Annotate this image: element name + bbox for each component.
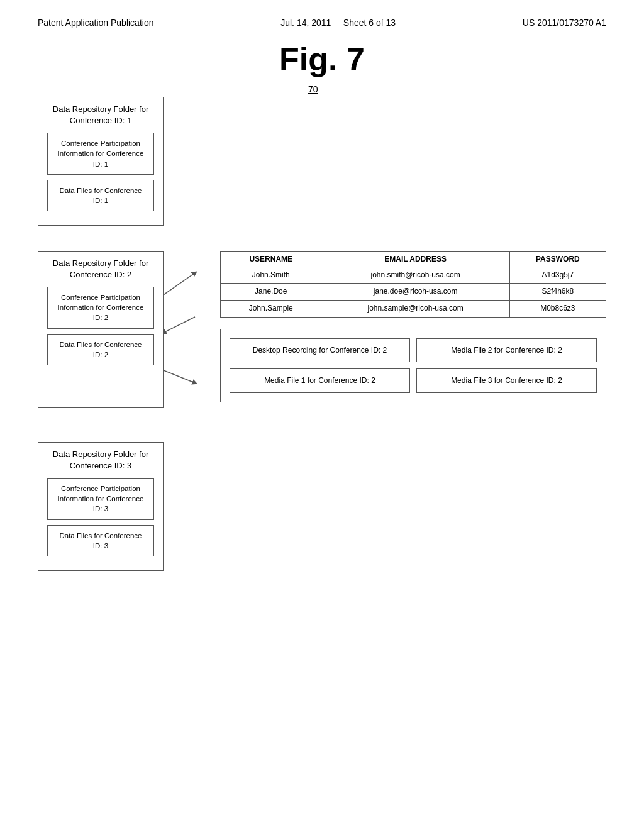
arrows-area xyxy=(164,251,208,411)
svg-line-1 xyxy=(164,317,195,333)
data-files-box-3: Data Files for Conference ID: 3 xyxy=(47,525,154,556)
arrows-svg xyxy=(164,251,208,408)
table-cell: M0b8c6z3 xyxy=(509,301,606,318)
header-left: Patent Application Publication xyxy=(38,18,153,28)
section2-right: USERNAME EMAIL ADDRESS PASSWORD John.Smi… xyxy=(220,251,606,402)
col-username: USERNAME xyxy=(221,251,321,267)
header-date: Jul. 14, 2011 xyxy=(280,18,331,28)
table-row: John.Samplejohn.sample@ricoh-usa.comM0b8… xyxy=(221,301,606,318)
table-row: Jane.Doejane.doe@ricoh-usa.comS2f4h6k8 xyxy=(221,284,606,301)
table-cell: jane.doe@ricoh-usa.com xyxy=(321,284,509,301)
participants-table: USERNAME EMAIL ADDRESS PASSWORD John.Smi… xyxy=(220,251,606,318)
header-right: US 2011/0173270 A1 xyxy=(523,18,606,28)
svg-line-2 xyxy=(164,370,195,383)
repo-folder-2: Data Repository Folder for Conference ID… xyxy=(38,251,164,408)
col-password: PASSWORD xyxy=(509,251,606,267)
table-row: John.Smithjohn.smith@ricoh-usa.comA1d3g5… xyxy=(221,267,606,284)
participants-tbody: John.Smithjohn.smith@ricoh-usa.comA1d3g5… xyxy=(221,267,606,317)
section1: Data Repository Folder for Conference ID… xyxy=(38,97,606,226)
reference-number: 70 xyxy=(308,84,318,94)
data-files-container: Desktop Recording for Conference ID: 2Me… xyxy=(220,329,606,403)
gap1 xyxy=(38,232,606,251)
table-cell: A1d3g5j7 xyxy=(509,267,606,284)
participation-box-2: Conference Participation Information for… xyxy=(47,287,154,328)
section2: Data Repository Folder for Conference ID… xyxy=(38,251,606,411)
data-files-box-2: Data Files for Conference ID: 2 xyxy=(47,334,154,365)
folder-title-2: Data Repository Folder for Conference ID… xyxy=(47,258,154,280)
diagram-area: 70 Data Repository Folder for Conference… xyxy=(0,97,644,571)
patent-header: Patent Application Publication Jul. 14, … xyxy=(0,0,644,34)
data-files-box-1: Data Files for Conference ID: 1 xyxy=(47,180,154,211)
figure-title: Fig. 7 xyxy=(0,40,644,78)
section3: Data Repository Folder for Conference ID… xyxy=(38,442,606,571)
table-cell: Jane.Doe xyxy=(221,284,321,301)
data-file-box: Media File 1 for Conference ID: 2 xyxy=(230,368,410,393)
gap2 xyxy=(38,417,606,436)
table-cell: John.Smith xyxy=(221,267,321,284)
participation-box-3: Conference Participation Information for… xyxy=(47,478,154,519)
header-sheet: Sheet 6 of 13 xyxy=(343,18,396,28)
data-file-box: Media File 2 for Conference ID: 2 xyxy=(416,338,597,363)
table-cell: john.sample@ricoh-usa.com xyxy=(321,301,509,318)
table-cell: S2f4h6k8 xyxy=(509,284,606,301)
table-cell: john.smith@ricoh-usa.com xyxy=(321,267,509,284)
header-center: Jul. 14, 2011 Sheet 6 of 13 xyxy=(280,18,396,28)
folder-title-3: Data Repository Folder for Conference ID… xyxy=(47,449,154,472)
table-cell: John.Sample xyxy=(221,301,321,318)
table-header-row: USERNAME EMAIL ADDRESS PASSWORD xyxy=(221,251,606,267)
repo-folder-1: Data Repository Folder for Conference ID… xyxy=(38,97,164,226)
svg-line-0 xyxy=(164,273,195,295)
folder-title-1: Data Repository Folder for Conference ID… xyxy=(47,104,154,126)
col-email: EMAIL ADDRESS xyxy=(321,251,509,267)
participation-box-1: Conference Participation Information for… xyxy=(47,133,154,174)
data-file-box: Desktop Recording for Conference ID: 2 xyxy=(230,338,410,363)
section2-wrapper: Data Repository Folder for Conference ID… xyxy=(38,251,606,411)
data-file-box: Media File 3 for Conference ID: 2 xyxy=(416,368,597,393)
repo-folder-3: Data Repository Folder for Conference ID… xyxy=(38,442,164,571)
